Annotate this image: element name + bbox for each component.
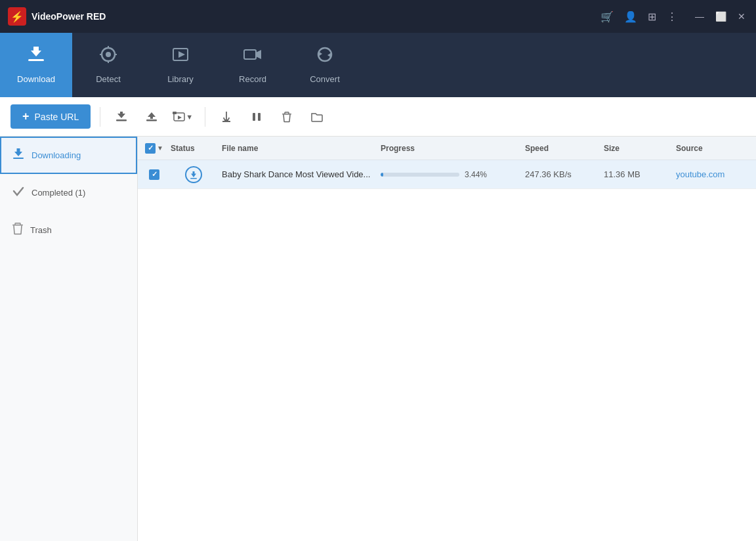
- svg-marker-29: [191, 171, 196, 177]
- tab-convert[interactable]: Convert: [289, 33, 361, 97]
- sidebar: Downloading Completed (1) Trash: [0, 137, 138, 541]
- convert-tab-icon: [315, 45, 335, 69]
- open-folder-button[interactable]: [305, 105, 329, 129]
- toolbar-separator-1: [100, 107, 100, 127]
- paste-url-label: Paste URL: [35, 112, 79, 122]
- svg-rect-24: [258, 113, 261, 121]
- downloading-icon: [12, 147, 25, 163]
- row-size: 11.36 MB: [604, 169, 640, 179]
- row-checkbox[interactable]: [149, 169, 159, 180]
- paste-url-button[interactable]: + Paste URL: [10, 104, 91, 129]
- tab-record-label: Record: [239, 74, 266, 84]
- th-status: Status: [171, 144, 217, 153]
- app-logo-icon: [8, 7, 26, 26]
- th-filename: File name: [217, 144, 375, 153]
- th-progress: Progress: [375, 144, 520, 153]
- app-logo: VideoPower RED: [8, 7, 600, 26]
- th-checkbox[interactable]: ▼: [138, 143, 171, 154]
- user-icon[interactable]: 👤: [624, 11, 637, 23]
- delete-button[interactable]: [275, 105, 299, 129]
- content-area: ▼ Status File name Progress Speed Size S…: [138, 137, 756, 541]
- add-media-button[interactable]: ▼: [170, 105, 196, 129]
- sidebar-item-completed[interactable]: Completed (1): [0, 174, 137, 211]
- svg-rect-28: [12, 225, 23, 226]
- trash-icon: [12, 222, 24, 238]
- minimize-button[interactable]: —: [693, 11, 706, 22]
- tab-record[interactable]: Record: [217, 33, 289, 97]
- checkbox-dropdown-icon[interactable]: ▼: [157, 144, 163, 152]
- detect-tab-icon: [98, 45, 118, 69]
- record-tab-icon: [243, 45, 262, 69]
- title-bar: VideoPower RED 🛒 👤 ⊞ ⋮ — ⬜ ✕: [0, 0, 756, 33]
- row-progress-cell: 3.44%: [375, 170, 520, 179]
- tab-convert-label: Convert: [310, 74, 340, 84]
- row-status-cell: [171, 166, 217, 183]
- row-checkbox-cell: [138, 169, 171, 180]
- svg-marker-17: [148, 112, 156, 119]
- grid-icon[interactable]: ⊞: [648, 11, 656, 23]
- svg-rect-25: [282, 114, 291, 115]
- sidebar-downloading-label: Downloading: [32, 150, 81, 160]
- svg-rect-21: [224, 119, 228, 121]
- row-source-cell: youtube.com: [671, 169, 756, 179]
- download-audio-button[interactable]: [215, 105, 238, 129]
- close-button[interactable]: ✕: [735, 11, 748, 22]
- completed-icon: [12, 184, 25, 201]
- svg-point-3: [106, 52, 111, 57]
- library-tab-icon: [171, 45, 190, 69]
- toolbar: + Paste URL ▼: [0, 97, 756, 137]
- select-all-checkbox[interactable]: [145, 143, 156, 154]
- sidebar-completed-label: Completed (1): [32, 188, 85, 198]
- window-controls: — ⬜ ✕: [693, 11, 748, 22]
- sidebar-item-downloading[interactable]: Downloading: [0, 137, 137, 174]
- maximize-button[interactable]: ⬜: [714, 11, 727, 22]
- toolbar-separator-2: [205, 107, 205, 127]
- dropdown-arrow-icon: ▼: [186, 113, 193, 121]
- tab-download[interactable]: Download: [0, 33, 72, 97]
- svg-marker-27: [14, 148, 22, 156]
- th-source: Source: [671, 144, 756, 153]
- tab-download-label: Download: [17, 74, 55, 84]
- row-filename: Baby Shark Dance Most Viewed Vide...: [222, 169, 370, 179]
- svg-marker-11: [256, 50, 261, 59]
- sidebar-trash-label: Trash: [30, 225, 52, 235]
- svg-marker-9: [178, 51, 185, 58]
- tab-detect-label: Detect: [96, 74, 121, 84]
- row-speed: 247.36 KB/s: [525, 169, 572, 179]
- row-size-cell: 11.36 MB: [598, 169, 671, 179]
- svg-marker-19: [178, 116, 182, 119]
- title-bar-controls: 🛒 👤 ⊞ ⋮ — ⬜ ✕: [600, 11, 748, 23]
- th-speed: Speed: [520, 144, 598, 153]
- table-row[interactable]: Baby Shark Dance Most Viewed Vide... 3.4…: [138, 160, 756, 189]
- cart-icon[interactable]: 🛒: [600, 11, 614, 23]
- plus-icon: +: [22, 110, 30, 123]
- resume-download-button[interactable]: [110, 105, 133, 129]
- more-icon[interactable]: ⋮: [667, 11, 677, 23]
- nav-tabs: Download Detect Library: [0, 33, 756, 97]
- download-tab-icon: [26, 45, 46, 69]
- pause-button[interactable]: [245, 105, 268, 129]
- sidebar-item-trash[interactable]: Trash: [0, 211, 137, 249]
- table-header: ▼ Status File name Progress Speed Size S…: [138, 137, 756, 160]
- svg-rect-30: [190, 178, 197, 179]
- svg-rect-16: [146, 119, 157, 121]
- progress-percent: 3.44%: [465, 170, 487, 179]
- row-speed-cell: 247.36 KB/s: [520, 169, 598, 179]
- svg-marker-15: [117, 112, 125, 118]
- more-actions-group: ▼: [170, 105, 196, 129]
- svg-rect-14: [116, 119, 127, 121]
- row-filename-cell: Baby Shark Dance Most Viewed Vide...: [217, 169, 375, 179]
- svg-rect-26: [13, 158, 24, 159]
- tab-library[interactable]: Library: [144, 33, 217, 97]
- svg-marker-13: [327, 53, 331, 58]
- th-size: Size: [598, 144, 671, 153]
- row-source: youtube.com: [676, 169, 724, 179]
- svg-rect-10: [244, 50, 256, 59]
- tab-detect[interactable]: Detect: [72, 33, 144, 97]
- svg-rect-23: [253, 113, 255, 121]
- progress-bar-fill: [381, 173, 383, 177]
- svg-rect-20: [173, 112, 177, 114]
- app-name: VideoPower RED: [32, 11, 106, 22]
- stop-download-button[interactable]: [140, 105, 163, 129]
- download-in-progress-icon: [185, 166, 202, 183]
